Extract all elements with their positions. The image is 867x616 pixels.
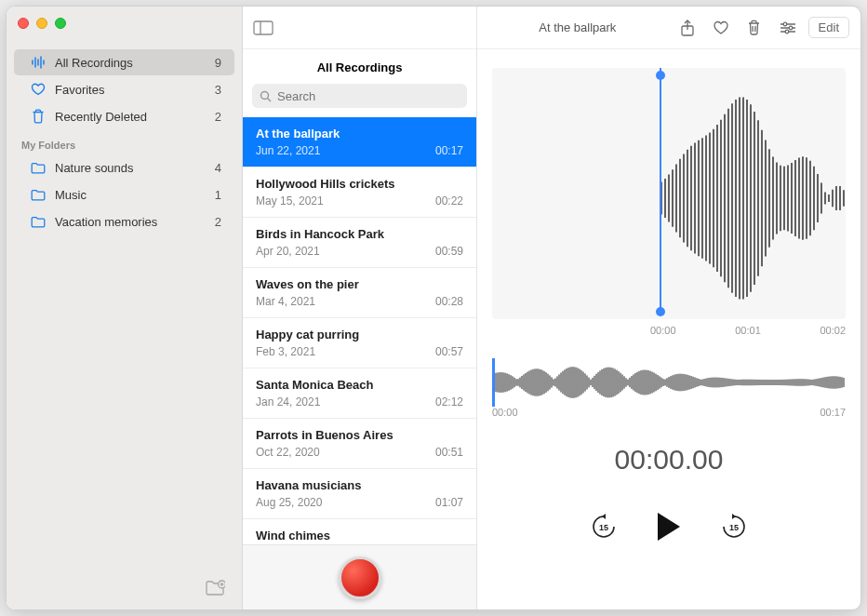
zoom-tick-1: 00:01 (735, 325, 761, 336)
sidebar-item-label: All Recordings (55, 56, 215, 70)
recording-item[interactable]: Wind chimes (243, 519, 476, 544)
folder-icon (29, 189, 47, 201)
sidebar-item-count: 1 (215, 188, 221, 202)
recording-duration: 02:12 (435, 395, 463, 408)
transport-controls: 15 15 (477, 511, 860, 546)
svg-text:15: 15 (599, 523, 608, 532)
zoom-tick-2: 00:02 (820, 325, 846, 336)
options-button[interactable] (775, 15, 801, 41)
recording-title: Santa Monica Beach (256, 378, 463, 392)
minimize-window-button[interactable] (36, 18, 47, 29)
recording-item[interactable]: Hollywood Hills cricketsMay 15, 202100:2… (243, 167, 476, 218)
waveform-zoom-view[interactable] (492, 68, 846, 319)
recordings-column: All Recordings At the ballparkJun 22, 20… (243, 7, 477, 609)
play-button[interactable] (655, 511, 683, 546)
sliders-icon (780, 21, 796, 34)
favorite-button[interactable] (708, 15, 734, 41)
window-controls (18, 18, 66, 29)
sidebar-item-label: Recently Deleted (55, 110, 215, 124)
sidebar-item-label: Favorites (55, 83, 215, 97)
svg-text:15: 15 (729, 523, 739, 532)
overview-playhead[interactable] (492, 358, 495, 407)
sidebar-item-label: Vacation memories (55, 215, 215, 229)
sidebar-item-label: Music (55, 188, 215, 202)
sidebar-folder-nature-sounds[interactable]: Nature sounds4 (14, 154, 234, 181)
svg-point-10 (261, 91, 269, 99)
recording-title: Birds in Hancock Park (256, 227, 463, 241)
folder-icon (29, 162, 47, 174)
zoom-tick-0: 00:00 (650, 325, 676, 336)
sidebar-item-count: 3 (215, 83, 221, 97)
record-button[interactable] (339, 556, 381, 599)
svg-point-20 (785, 30, 789, 33)
recording-duration: 01:07 (435, 496, 463, 509)
svg-line-11 (268, 98, 272, 101)
sidebar-item-favorites[interactable]: Favorites3 (14, 76, 234, 102)
toggle-sidebar-button[interactable] (243, 20, 284, 35)
recording-title: Waves on the pier (256, 277, 463, 291)
sidebar-item-count: 4 (215, 161, 221, 175)
share-icon (680, 20, 695, 36)
recording-date: Apr 20, 2021 (256, 245, 320, 258)
search-icon (260, 90, 272, 102)
search-input[interactable] (277, 89, 460, 103)
playhead-handle-top[interactable] (656, 71, 665, 80)
zoom-window-button[interactable] (55, 18, 66, 29)
sidebar-item-count: 2 (215, 110, 221, 124)
sidebar-folder-music[interactable]: Music1 (14, 181, 234, 208)
recording-duration: 00:28 (435, 295, 463, 308)
current-time-display: 00:00.00 (477, 444, 860, 475)
sidebar-item-all-recordings[interactable]: All Recordings9 (14, 49, 234, 75)
delete-button[interactable] (741, 15, 767, 41)
folder-icon (29, 216, 47, 228)
recording-item[interactable]: Santa Monica BeachJan 24, 202102:12 (243, 368, 476, 419)
waveform-overview[interactable] (492, 362, 846, 403)
sidebar-folder-vacation-memories[interactable]: Vacation memories2 (14, 208, 234, 234)
recording-item[interactable]: Havana musiciansAug 25, 202001:07 (243, 469, 476, 519)
trash-icon (747, 20, 761, 35)
skip-forward-button[interactable]: 15 (720, 513, 748, 544)
recording-title: Parrots in Buenos Aires (256, 428, 463, 442)
waveform-icon (29, 56, 47, 69)
recording-date: Oct 22, 2020 (256, 446, 320, 459)
search-field[interactable] (252, 84, 467, 108)
heart-icon (713, 20, 729, 35)
app-window: All Recordings9Favorites3Recently Delete… (6, 6, 861, 610)
sidebar-item-recently-deleted[interactable]: Recently Deleted2 (14, 103, 234, 129)
detail-panel: At the ballpark (477, 7, 860, 609)
recording-duration: 00:57 (435, 345, 463, 358)
recording-duration: 00:59 (435, 245, 463, 258)
play-icon (655, 511, 683, 542)
recording-title: Happy cat purring (256, 328, 463, 341)
detail-toolbar: At the ballpark (477, 7, 860, 49)
recording-date: Mar 4, 2021 (256, 295, 315, 308)
zoom-time-axis: 00:00 00:01 00:02 (477, 319, 860, 336)
recording-item[interactable]: Parrots in Buenos AiresOct 22, 202000:51 (243, 419, 476, 469)
detail-title: At the ballpark (488, 20, 667, 34)
recording-date: May 15, 2021 (256, 194, 324, 208)
recording-item[interactable]: At the ballparkJun 22, 202100:17 (243, 117, 476, 167)
middle-toolbar (243, 7, 476, 49)
close-window-button[interactable] (18, 18, 29, 29)
share-button[interactable] (674, 15, 700, 41)
playhead-handle-bottom[interactable] (656, 307, 665, 316)
overview-start-time: 00:00 (492, 407, 518, 418)
sidebar-item-label: Nature sounds (55, 161, 215, 175)
svg-point-16 (783, 22, 787, 26)
playhead[interactable] (660, 68, 661, 308)
recording-item[interactable]: Waves on the pierMar 4, 202100:28 (243, 268, 476, 318)
recording-duration: 00:51 (435, 446, 463, 459)
recording-title: Hollywood Hills crickets (256, 177, 463, 191)
svg-point-18 (789, 26, 793, 30)
recording-date: Feb 3, 2021 (256, 345, 315, 358)
edit-button[interactable]: Edit (808, 17, 849, 38)
skip-back-button[interactable]: 15 (590, 513, 618, 544)
sidebar-item-count: 2 (215, 215, 221, 229)
recording-item[interactable]: Happy cat purringFeb 3, 202100:57 (243, 318, 476, 368)
recording-date: Jan 24, 2021 (256, 395, 320, 408)
recording-date: Aug 25, 2020 (256, 496, 322, 509)
recordings-list-title: All Recordings (243, 49, 476, 84)
overview-end-time: 00:17 (820, 407, 846, 418)
new-folder-button[interactable] (7, 580, 242, 609)
recording-item[interactable]: Birds in Hancock ParkApr 20, 202100:59 (243, 218, 476, 268)
